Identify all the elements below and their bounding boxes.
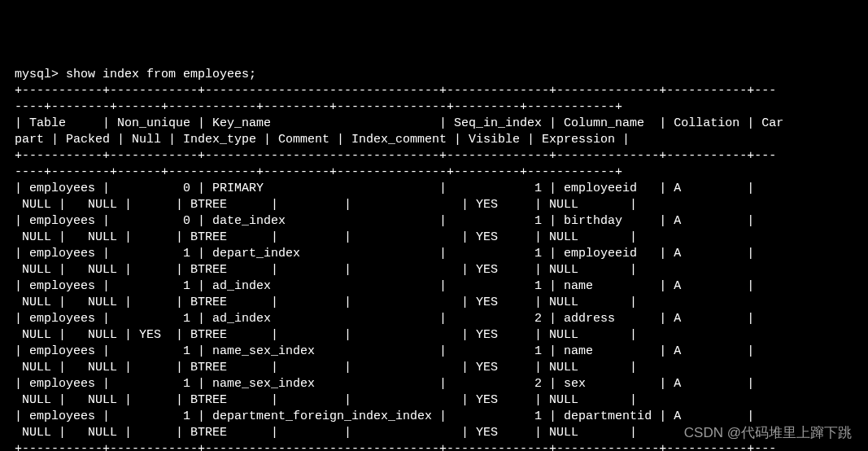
csdn-watermark: CSDN @代码堆里上蹿下跳: [684, 425, 852, 441]
table-header-line2: part | Packed | Null | Index_type | Comm…: [15, 133, 630, 147]
table-row-wrap: NULL | NULL | | BTREE | | | YES | NULL |: [15, 426, 637, 440]
table-row-wrap: NULL | NULL | | BTREE | | | YES | NULL |: [15, 198, 637, 212]
table-row-wrap: NULL | NULL | | BTREE | | | YES | NULL |: [15, 393, 637, 407]
table-row: | employees | 1 | depart_index | 1 | emp…: [15, 247, 754, 261]
table-row: | employees | 1 | department_foreign_ind…: [15, 409, 754, 423]
table-row: | employees | 1 | ad_index | 2 | address…: [15, 312, 754, 326]
table-row: | employees | 1 | name_sex_index | 1 | n…: [15, 344, 754, 358]
table-row: | employees | 1 | ad_index | 1 | name | …: [15, 279, 754, 293]
table-row: | employees | 0 | PRIMARY | 1 | employee…: [15, 182, 754, 195]
table-border: +-----------+------------+--------------…: [15, 149, 776, 163]
table-row-wrap: NULL | NULL | | BTREE | | | YES | NULL |: [15, 296, 637, 309]
table-row: | employees | 0 | date_index | 1 | birth…: [15, 214, 754, 228]
table-border: +-----------+------------+--------------…: [15, 84, 776, 98]
sql-command: show index from employees;: [66, 68, 256, 81]
table-border: +-----------+------------+--------------…: [15, 442, 776, 451]
table-border-wrap: ----+--------+------+------------+------…: [15, 165, 622, 179]
table-row-wrap: NULL | NULL | | BTREE | | | YES | NULL |: [15, 230, 637, 244]
mysql-prompt: mysql>: [15, 68, 66, 81]
table-row-wrap: NULL | NULL | YES | BTREE | | | YES | NU…: [15, 328, 637, 342]
table-row: | employees | 1 | name_sex_index | 2 | s…: [15, 377, 754, 391]
terminal-output: mysql> show index from employees; +-----…: [0, 67, 868, 451]
table-row-wrap: NULL | NULL | | BTREE | | | YES | NULL |: [15, 263, 637, 277]
table-border-wrap: ----+--------+------+------------+------…: [15, 100, 622, 114]
table-header-line1: | Table | Non_unique | Key_name | Seq_in…: [15, 116, 783, 130]
table-row-wrap: NULL | NULL | | BTREE | | | YES | NULL |: [15, 361, 637, 374]
